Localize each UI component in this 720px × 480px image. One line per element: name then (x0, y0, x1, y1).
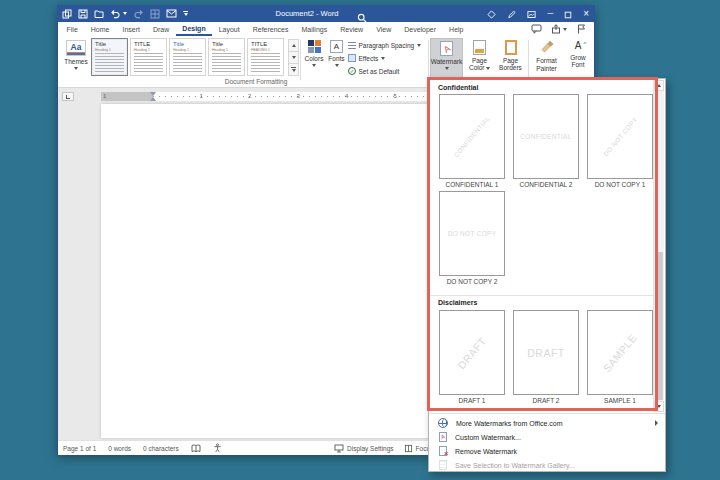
watermark-option[interactable]: DRAFT DRAFT 1 (435, 310, 509, 407)
ribbon-tab[interactable]: Draw (146, 22, 175, 36)
page-indicator[interactable]: Page 1 of 1 (63, 445, 96, 452)
page-color-icon (473, 40, 486, 55)
minimize-icon[interactable]: ─ (547, 5, 553, 22)
ribbon-tab[interactable]: Help (443, 22, 470, 36)
ruler-number: 2 (226, 92, 275, 101)
checkmark-icon: ✓ (348, 67, 356, 75)
paragraph-spacing-button[interactable]: Paragraph Spacing (348, 39, 430, 51)
quick-access-toolbar (62, 5, 188, 22)
scrollbar-thumb[interactable] (655, 252, 663, 400)
fonts-icon: A (330, 40, 343, 53)
chevron-down-icon (74, 67, 78, 70)
ribbon-tab[interactable]: Developer (398, 22, 443, 36)
effects-button[interactable]: Effects (348, 52, 430, 64)
gallery-scroll-buttons (288, 39, 299, 75)
share-dropdown-icon[interactable] (563, 28, 567, 31)
style-set-gallery: Title Heading 1 TITLE Heading 1 Title He… (91, 38, 284, 76)
chevron-down-icon (445, 67, 449, 70)
copy-icon[interactable] (62, 9, 72, 19)
ruler-number: 3 (274, 92, 323, 101)
watermark-option[interactable]: SAMPLE SAMPLE 1 (583, 310, 654, 407)
watermark-icon (440, 41, 453, 56)
window-title: Document2 - Word (207, 9, 407, 18)
scroll-down-icon[interactable] (654, 401, 664, 412)
colors-icon (308, 40, 321, 53)
ribbon-tab[interactable]: Review (334, 22, 370, 36)
ribbon-tab[interactable]: Home (84, 22, 116, 36)
save-icon[interactable] (78, 9, 88, 19)
effects-icon (348, 54, 356, 62)
tab-stop-selector[interactable] (62, 92, 74, 101)
watermark-option[interactable]: CONFIDENTIAL CONFIDENTIAL 2 (509, 94, 583, 191)
watermark-button[interactable]: Watermark (430, 38, 463, 82)
open-folder-icon[interactable] (94, 9, 104, 19)
maximize-icon[interactable] (564, 5, 572, 23)
share-icon[interactable] (551, 24, 567, 34)
ribbon-tab[interactable]: References (246, 22, 295, 36)
ribbon-tab[interactable]: View (370, 22, 398, 36)
section-header: Disclaimers (438, 299, 477, 306)
section-header: Confidential (438, 84, 478, 91)
ribbon-tab[interactable]: Design (176, 22, 212, 36)
watermark-option[interactable]: DO NOT COPY DO NOT COPY 2 (435, 191, 509, 288)
proofing-icon[interactable] (191, 444, 201, 454)
watermark-option[interactable]: CONFIDENTIAL CONFIDENTIAL 1 (435, 94, 509, 191)
submenu-arrow-icon (655, 420, 658, 426)
fonts-button[interactable]: A Fonts (326, 38, 347, 82)
page-color-button[interactable]: Page Color (465, 38, 494, 82)
style-set-option[interactable]: Title Heading 1 (91, 38, 128, 76)
first-line-indent-marker[interactable] (150, 92, 156, 96)
page-borders-button[interactable]: Page Borders (495, 38, 526, 82)
ribbon-tab[interactable]: Mailings (295, 22, 334, 36)
ribbon-tab-bar: File Home Insert Draw Design Layout Refe… (58, 22, 594, 36)
grow-font-button[interactable]: A^ Grow Font (564, 38, 592, 82)
page-borders-icon (505, 40, 517, 55)
set-as-default-button[interactable]: ✓ Set as Default (348, 65, 430, 77)
ribbon-tab[interactable]: File (60, 22, 84, 36)
chevron-down-icon (486, 67, 490, 70)
table-icon (150, 9, 160, 19)
watermark-thumbnail: DRAFT (439, 310, 505, 395)
scroll-up-icon[interactable] (654, 80, 664, 91)
chevron-down-icon (312, 64, 316, 67)
chevron-down-icon (381, 57, 385, 60)
undo-icon[interactable] (110, 9, 127, 19)
watermark-option[interactable]: DRAFT DRAFT 2 (509, 310, 583, 407)
menu-item[interactable]: Custom Watermark... (429, 430, 665, 444)
style-set-option[interactable]: TITLE HEADING 1 (247, 38, 284, 76)
group-label: Document Formatting (91, 78, 421, 85)
colors-button[interactable]: Colors (303, 38, 325, 82)
format-painter-button[interactable]: Format Painter (531, 38, 562, 82)
gallery-more-icon[interactable] (288, 63, 299, 76)
watermark-thumbnail: DO NOT COPY (587, 94, 653, 179)
ruler-number: 5 (371, 92, 420, 101)
watermark-thumbnail: SAMPLE (587, 310, 653, 395)
ribbon-tab[interactable]: Layout (212, 22, 246, 36)
redo-icon (133, 9, 144, 19)
draw-icon[interactable] (507, 5, 516, 23)
accessibility-icon[interactable] (213, 443, 222, 454)
menu-item[interactable]: Save Selection to Watermark Gallery... (429, 458, 665, 472)
style-set-option[interactable]: Title Heading 1 (169, 38, 206, 76)
display-settings-icon (334, 444, 344, 454)
chevron-down-icon (417, 44, 421, 47)
customize-qat-icon[interactable] (183, 11, 188, 16)
word-count[interactable]: 0 words (108, 445, 131, 452)
watermark-gallery: Confidential CONFIDENTIAL CONFIDENTIAL 1… (429, 79, 654, 413)
left-indent-marker[interactable] (150, 97, 156, 101)
undo-dropdown-icon[interactable] (123, 12, 127, 15)
horizontal-ruler: 1 12345 (101, 92, 431, 101)
watermark-option[interactable]: DO NOT COPY DO NOT COPY 1 (583, 94, 654, 191)
ribbon-display-options-icon[interactable] (487, 5, 496, 23)
menu-item[interactable]: More Watermarks from Office.com (429, 416, 665, 430)
display-settings-button[interactable]: Display Settings (334, 444, 394, 454)
watermark-thumbnail: DO NOT COPY (439, 191, 505, 276)
gallery-scrollbar[interactable] (653, 80, 664, 412)
style-set-option[interactable]: Title Heading 1 (208, 38, 245, 76)
themes-button[interactable]: Aa Themes (62, 38, 90, 82)
char-count[interactable]: 0 characters (143, 445, 179, 452)
ribbon-tab[interactable]: Insert (116, 22, 147, 36)
email-icon[interactable] (166, 9, 177, 18)
style-set-option[interactable]: TITLE Heading 1 (130, 38, 167, 76)
menu-item[interactable]: Remove Watermark (429, 444, 665, 458)
